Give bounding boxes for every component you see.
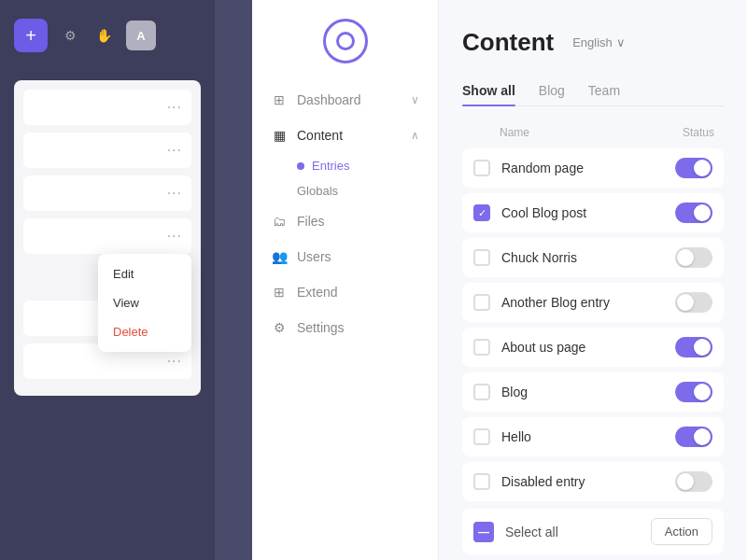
entry-checkbox[interactable] [473, 384, 490, 400]
tab-blog[interactable]: Blog [539, 76, 565, 105]
subnav-item-globals[interactable]: Globals [252, 178, 438, 203]
table-row: Blog [462, 372, 724, 412]
entry-name: Disabled entry [501, 474, 664, 489]
toggle-knob [677, 473, 694, 490]
select-all-label: Select all [505, 525, 640, 539]
language-label: English [572, 35, 613, 49]
sidebar-item-content[interactable]: ▦ Content ∧ [252, 118, 438, 153]
entry-name: Hello [501, 429, 664, 444]
chevron-up-icon: ∧ [411, 129, 419, 142]
entry-checkbox[interactable] [473, 473, 490, 490]
table-header: Name Status [462, 120, 724, 145]
entry-toggle[interactable] [675, 203, 712, 223]
entry-toggle[interactable] [675, 471, 712, 492]
entry-toggle[interactable] [675, 337, 712, 357]
content-icon: ▦ [271, 127, 288, 144]
sidebar-item-label: Users [297, 249, 331, 264]
subnav-item-entries[interactable]: Entries [252, 153, 438, 178]
entry-name: About us page [501, 340, 664, 355]
list-item: ··· [23, 175, 191, 211]
sidebar-item-label: Extend [297, 285, 338, 300]
table-row: Chuck Norris [462, 238, 724, 277]
list-item-with-menu: ··· Edit View Delete [23, 218, 191, 254]
chevron-down-icon: ∨ [411, 93, 419, 106]
add-button[interactable]: + [14, 19, 48, 52]
active-dot [297, 162, 304, 170]
page-title: Content [462, 28, 554, 57]
app-logo [323, 19, 368, 63]
entry-name: Cool Blog post [501, 205, 664, 220]
tab-team[interactable]: Team [588, 76, 620, 105]
toggle-knob [677, 249, 694, 266]
logo-inner [336, 32, 355, 50]
context-menu-view[interactable]: View [98, 288, 191, 317]
left-sidebar-top: + ⚙ ✋ A [14, 19, 201, 52]
bottom-bar: Select all Action [462, 509, 724, 554]
toggle-knob [694, 384, 711, 400]
entry-checkbox[interactable] [473, 428, 490, 445]
toggle-knob [694, 160, 711, 176]
row-menu-icon[interactable]: ··· [167, 185, 182, 202]
entry-checkbox[interactable] [473, 204, 490, 221]
entry-toggle[interactable] [675, 247, 712, 268]
entry-checkbox[interactable] [473, 249, 490, 266]
table-row: Cool Blog post [462, 193, 724, 232]
language-selector[interactable]: English ∨ [572, 35, 626, 49]
entry-checkbox[interactable] [473, 160, 490, 176]
dashboard-icon: ⊞ [271, 91, 288, 108]
entry-toggle[interactable] [675, 427, 712, 447]
content-tabs: Show all Blog Team [462, 76, 724, 106]
entry-toggle[interactable] [675, 292, 712, 313]
toggle-knob [694, 428, 711, 445]
action-button[interactable]: Action [651, 518, 712, 545]
sidebar-item-files[interactable]: 🗂 Files [252, 203, 438, 239]
row-menu-icon[interactable]: ··· [167, 142, 182, 159]
context-menu-edit[interactable]: Edit [98, 259, 191, 288]
tab-show-all[interactable]: Show all [462, 76, 515, 105]
toggle-knob [694, 204, 711, 221]
table-row: Another Blog entry [462, 283, 724, 322]
entries-list: Random pageCool Blog postChuck NorrisAno… [462, 148, 724, 501]
entry-name: Random page [501, 161, 664, 175]
sidebar-item-settings[interactable]: ⚙ Settings [252, 310, 438, 345]
extend-icon: ⊞ [271, 284, 288, 301]
gear-icon[interactable]: ⚙ [59, 24, 81, 47]
chevron-down-icon: ∨ [616, 35, 626, 49]
entry-name: Blog [501, 385, 664, 399]
table-row: About us page [462, 328, 724, 367]
sub-nav: Entries Globals [252, 153, 438, 203]
row-menu-icon[interactable]: ··· [167, 353, 182, 370]
entry-toggle[interactable] [675, 158, 712, 178]
sidebar-item-users[interactable]: 👥 Users [252, 239, 438, 274]
sidebar-item-dashboard[interactable]: ⊞ Dashboard ∨ [252, 82, 438, 118]
avatar[interactable]: A [126, 21, 156, 50]
left-content-area: ··· ··· ··· ··· Edit View Delete ··· ··· [14, 80, 201, 396]
content-header: Content English ∨ [462, 28, 724, 57]
col-header-name: Name [472, 126, 640, 139]
toggle-knob [677, 294, 694, 311]
select-all-button[interactable] [473, 522, 494, 542]
sidebar-item-extend[interactable]: ⊞ Extend [252, 274, 438, 310]
row-menu-icon[interactable]: ··· [167, 228, 182, 245]
main-content: Content English ∨ Show all Blog Team Nam… [439, 0, 747, 560]
table-row: Random page [462, 148, 724, 188]
mid-sidebar: ⊞ Dashboard ∨ ▦ Content ∧ Entries Global… [252, 0, 439, 560]
col-header-status: Status [640, 126, 714, 139]
row-menu-icon[interactable]: ··· [167, 99, 182, 116]
users-icon: 👥 [271, 248, 288, 265]
context-menu-delete[interactable]: Delete [98, 317, 191, 346]
entry-toggle[interactable] [675, 382, 712, 402]
list-item: ··· [23, 133, 191, 168]
context-menu: Edit View Delete [98, 254, 191, 352]
entry-checkbox[interactable] [473, 294, 490, 311]
hand-icon[interactable]: ✋ [92, 24, 115, 47]
sidebar-item-label: Files [297, 214, 325, 229]
table-row: Hello [462, 417, 724, 456]
toggle-knob [694, 339, 711, 356]
sidebar-item-label: Content [297, 128, 343, 143]
entry-name: Chuck Norris [501, 250, 664, 265]
settings-icon: ⚙ [271, 319, 288, 336]
sidebar-item-label: Dashboard [297, 92, 361, 107]
entry-checkbox[interactable] [473, 339, 490, 356]
files-icon: 🗂 [271, 213, 288, 230]
